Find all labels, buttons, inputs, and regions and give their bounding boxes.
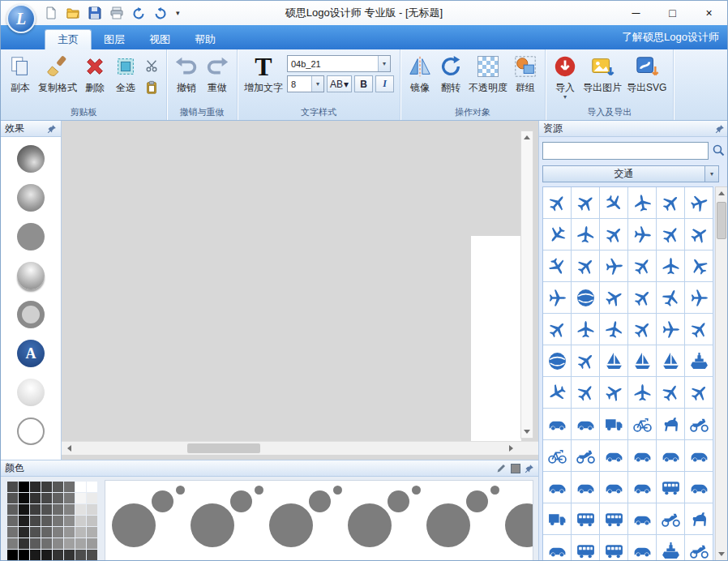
palette-swatch[interactable] xyxy=(7,516,18,526)
resource-item-bus[interactable] xyxy=(572,503,600,535)
palette-swatch[interactable] xyxy=(64,550,75,560)
palette-swatch[interactable] xyxy=(30,550,41,560)
resource-item-plane[interactable] xyxy=(543,314,572,345)
undo-button[interactable]: 撤销 xyxy=(171,52,202,96)
search-icon[interactable] xyxy=(712,143,726,158)
copy-format-button[interactable]: 复制格式 xyxy=(36,52,79,96)
delete-button[interactable]: 删除 xyxy=(79,52,110,96)
resource-item-plane[interactable] xyxy=(685,187,713,219)
resource-category-dropdown[interactable]: 交通 ▾ xyxy=(542,165,719,182)
tab-layers[interactable]: 图层 xyxy=(92,29,137,49)
open-button[interactable] xyxy=(65,5,81,21)
tab-view[interactable]: 视图 xyxy=(137,29,182,49)
resource-item-car[interactable] xyxy=(685,440,713,472)
palette-swatch[interactable] xyxy=(7,493,18,503)
palette-swatch[interactable] xyxy=(41,538,52,549)
palette-swatch[interactable] xyxy=(41,550,52,560)
palette-swatch[interactable] xyxy=(75,550,86,560)
resource-item-plane[interactable] xyxy=(572,314,600,345)
palette-swatch[interactable] xyxy=(30,527,41,537)
paste-button[interactable] xyxy=(143,79,161,96)
resource-item-car[interactable] xyxy=(628,535,657,561)
resource-item-moto[interactable] xyxy=(657,503,685,535)
canvas-page[interactable] xyxy=(471,236,521,441)
resource-item-sail[interactable] xyxy=(600,345,628,377)
font-size-combo[interactable]: 8 ▾ xyxy=(287,75,324,92)
palette-swatch[interactable] xyxy=(64,527,75,537)
resource-item-plane[interactable] xyxy=(600,282,628,314)
pin-icon[interactable] xyxy=(525,464,534,473)
canvas-horizontal-scrollbar[interactable] xyxy=(62,441,538,455)
resource-item-plane[interactable] xyxy=(572,377,600,409)
resource-item-sail[interactable] xyxy=(657,345,685,377)
palette-swatch[interactable] xyxy=(41,504,52,515)
palette-swatch[interactable] xyxy=(30,493,41,503)
palette-swatch[interactable] xyxy=(19,538,29,549)
palette-swatch[interactable] xyxy=(75,493,86,503)
palette-swatch[interactable] xyxy=(53,527,63,537)
resource-item-horse[interactable] xyxy=(657,409,685,440)
add-text-button[interactable]: T 增加文字 xyxy=(242,52,285,96)
palette-swatch[interactable] xyxy=(75,538,86,549)
palette-swatch[interactable] xyxy=(19,493,29,503)
flip-button[interactable]: 翻转 xyxy=(435,52,466,96)
resource-item-plane[interactable] xyxy=(572,345,600,377)
resource-item-car[interactable] xyxy=(657,440,685,472)
palette-swatch[interactable] xyxy=(30,538,41,549)
resource-item-globe[interactable] xyxy=(572,282,600,314)
resource-item-plane[interactable] xyxy=(628,377,657,409)
export-image-button[interactable]: 导出图片 xyxy=(580,52,624,96)
resource-item-car[interactable] xyxy=(600,440,628,472)
palette-swatch[interactable] xyxy=(64,482,75,492)
font-family-combo[interactable]: 04b_21 ▾ xyxy=(287,55,391,72)
palette-swatch[interactable] xyxy=(19,504,29,515)
resource-item-bus[interactable] xyxy=(572,535,600,561)
effect-item-sphere-gray[interactable] xyxy=(15,184,47,212)
resource-item-bus[interactable] xyxy=(600,535,628,561)
effect-item-ball-shadow[interactable] xyxy=(15,262,47,289)
export-svg-button[interactable]: 导出SVG xyxy=(624,52,669,96)
effect-item-flat-gray[interactable] xyxy=(15,223,47,251)
resource-item-car[interactable] xyxy=(572,472,600,503)
font-combo-arrow-icon[interactable]: ▾ xyxy=(378,56,390,71)
palette-swatch[interactable] xyxy=(87,504,97,515)
new-document-button[interactable] xyxy=(43,5,59,21)
resource-item-truck[interactable] xyxy=(543,503,572,535)
effect-item-ring[interactable] xyxy=(15,301,47,328)
scroll-right-button[interactable] xyxy=(505,442,517,455)
italic-button[interactable]: I xyxy=(375,75,394,92)
resource-item-plane[interactable] xyxy=(543,187,572,219)
palette-swatch[interactable] xyxy=(53,538,63,549)
resource-item-car[interactable] xyxy=(628,440,657,472)
resource-item-bus[interactable] xyxy=(657,472,685,503)
tab-home[interactable]: 主页 xyxy=(45,29,92,49)
palette-swatch[interactable] xyxy=(87,538,97,549)
resource-item-plane[interactable] xyxy=(600,187,628,219)
resource-item-car[interactable] xyxy=(685,472,713,503)
effect-item-letter-a[interactable]: A xyxy=(15,340,47,367)
resource-item-bike[interactable] xyxy=(628,409,657,440)
palette-swatch[interactable] xyxy=(7,550,18,560)
palette-swatch[interactable] xyxy=(53,516,63,526)
scroll-left-button[interactable] xyxy=(63,442,75,455)
resource-item-horse[interactable] xyxy=(685,503,713,535)
resource-item-plane[interactable] xyxy=(600,377,628,409)
redo-quick-button[interactable] xyxy=(152,5,169,21)
resource-item-plane[interactable] xyxy=(543,282,572,314)
palette-swatch[interactable] xyxy=(41,482,52,492)
palette-swatch[interactable] xyxy=(7,527,18,537)
palette-swatch[interactable] xyxy=(30,516,41,526)
resource-item-ship[interactable] xyxy=(657,535,685,561)
scroll-up-button[interactable] xyxy=(521,131,533,143)
palette-swatch[interactable] xyxy=(7,482,18,492)
resource-item-car[interactable] xyxy=(628,503,657,535)
resource-item-plane[interactable] xyxy=(600,314,628,345)
palette-swatch[interactable] xyxy=(64,538,75,549)
learn-link[interactable]: 了解硕思Logo设计师 xyxy=(622,30,719,45)
maximize-button[interactable]: □ xyxy=(654,1,691,25)
resource-item-plane[interactable] xyxy=(657,282,685,314)
palette-swatch[interactable] xyxy=(64,504,75,515)
resource-item-truck[interactable] xyxy=(600,409,628,440)
palette-swatch[interactable] xyxy=(87,482,97,492)
resource-item-sail[interactable] xyxy=(628,345,657,377)
